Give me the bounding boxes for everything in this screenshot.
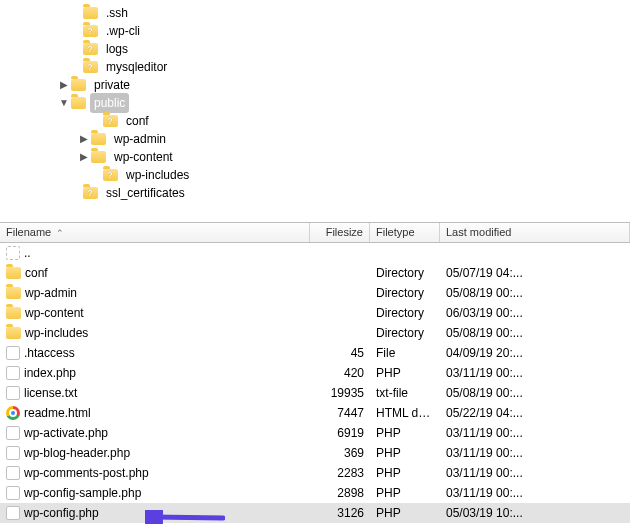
cell-lastmodified: 05/08/19 00:... xyxy=(440,324,630,342)
cell-filetype: Directory xyxy=(370,264,440,282)
folder-icon xyxy=(6,287,21,299)
cell-filesize: 3126 xyxy=(310,504,370,522)
cell-lastmodified: 03/11/19 00:... xyxy=(440,444,630,462)
filename-label: license.txt xyxy=(24,386,77,400)
folder-icon xyxy=(6,307,21,319)
cell-filetype: PHP xyxy=(370,484,440,502)
table-row[interactable]: wp-config-sample.php2898PHP03/11/19 00:.… xyxy=(0,483,630,503)
table-row[interactable]: .. xyxy=(0,243,630,263)
cell-filesize: 420 xyxy=(310,364,370,382)
cell-filetype: Directory xyxy=(370,324,440,342)
directory-tree[interactable]: .ssh.wp-clilogsmysqleditor▶private▼publi… xyxy=(0,0,630,222)
html-file-icon xyxy=(6,406,20,420)
tree-item[interactable]: mysqleditor xyxy=(0,58,630,76)
cell-filename: wp-blog-header.php xyxy=(0,444,310,462)
file-icon xyxy=(6,446,20,460)
table-row[interactable]: wp-adminDirectory05/08/19 00:... xyxy=(0,283,630,303)
table-row[interactable]: wp-contentDirectory06/03/19 00:... xyxy=(0,303,630,323)
tree-item[interactable]: ▶wp-admin xyxy=(0,130,630,148)
cell-filename: readme.html xyxy=(0,404,310,422)
table-row[interactable]: wp-comments-post.php2283PHP03/11/19 00:.… xyxy=(0,463,630,483)
cell-lastmodified: 05/22/19 04:... xyxy=(440,404,630,422)
table-row[interactable]: wp-includesDirectory05/08/19 00:... xyxy=(0,323,630,343)
chevron-right-icon[interactable]: ▶ xyxy=(78,130,90,148)
folder-icon xyxy=(6,267,21,279)
header-lastmodified[interactable]: Last modified xyxy=(440,223,630,242)
tree-item-label: logs xyxy=(102,39,132,59)
cell-filename: wp-activate.php xyxy=(0,424,310,442)
table-row[interactable]: wp-config.php3126PHP05/03/19 10:... xyxy=(0,503,630,523)
tree-item[interactable]: ▼public xyxy=(0,94,630,112)
cell-filename: index.php xyxy=(0,364,310,382)
tree-item-label: public xyxy=(90,93,129,113)
cell-lastmodified: 04/09/19 20:... xyxy=(440,344,630,362)
cell-filesize xyxy=(310,271,370,275)
filename-label: .htaccess xyxy=(24,346,75,360)
cell-filesize: 2898 xyxy=(310,484,370,502)
table-row[interactable]: readme.html7447HTML do...05/22/19 04:... xyxy=(0,403,630,423)
header-filename[interactable]: Filename ⌃ xyxy=(0,223,310,242)
chevron-right-icon[interactable]: ▶ xyxy=(58,76,70,94)
file-icon xyxy=(6,426,20,440)
tree-item[interactable]: ▶wp-content xyxy=(0,148,630,166)
tree-item[interactable]: .wp-cli xyxy=(0,22,630,40)
cell-filetype: PHP xyxy=(370,424,440,442)
cell-filetype: PHP xyxy=(370,364,440,382)
cell-lastmodified: 05/08/19 00:... xyxy=(440,384,630,402)
cell-lastmodified: 03/11/19 00:... xyxy=(440,424,630,442)
chevron-right-icon[interactable]: ▶ xyxy=(78,148,90,166)
tree-item-label: .ssh xyxy=(102,3,132,23)
cell-lastmodified xyxy=(440,251,630,255)
tree-item-label: private xyxy=(90,75,134,95)
tree-item[interactable]: .ssh xyxy=(0,4,630,22)
file-list-header[interactable]: Filename ⌃ Filesize Filetype Last modifi… xyxy=(0,223,630,243)
file-icon xyxy=(6,346,20,360)
file-list[interactable]: ..confDirectory05/07/19 04:...wp-adminDi… xyxy=(0,243,630,523)
cell-filename: .. xyxy=(0,244,310,262)
cell-filesize: 2283 xyxy=(310,464,370,482)
tree-item[interactable]: logs xyxy=(0,40,630,58)
header-filesize[interactable]: Filesize xyxy=(310,223,370,242)
tree-item-label: conf xyxy=(122,111,153,131)
tree-item-label: mysqleditor xyxy=(102,57,171,77)
cell-filetype: HTML do... xyxy=(370,404,440,422)
tree-item-label: wp-includes xyxy=(122,165,193,185)
table-row[interactable]: license.txt19935txt-file05/08/19 00:... xyxy=(0,383,630,403)
table-row[interactable]: confDirectory05/07/19 04:... xyxy=(0,263,630,283)
cell-lastmodified: 06/03/19 00:... xyxy=(440,304,630,322)
filename-label: wp-blog-header.php xyxy=(24,446,130,460)
tree-item[interactable]: ▶private xyxy=(0,76,630,94)
folder-icon xyxy=(82,5,98,21)
cell-filesize xyxy=(310,331,370,335)
file-icon xyxy=(6,486,20,500)
table-row[interactable]: .htaccess45File04/09/19 20:... xyxy=(0,343,630,363)
table-row[interactable]: wp-activate.php6919PHP03/11/19 00:... xyxy=(0,423,630,443)
tree-item-label: .wp-cli xyxy=(102,21,144,41)
filename-label: wp-activate.php xyxy=(24,426,108,440)
folder-icon xyxy=(70,77,86,93)
unknown-folder-icon xyxy=(102,113,118,129)
filename-label: wp-includes xyxy=(25,326,88,340)
tree-item-label: wp-admin xyxy=(110,129,170,149)
folder-icon xyxy=(90,149,106,165)
tree-item[interactable]: ssl_certificates xyxy=(0,184,630,202)
chevron-down-icon[interactable]: ▼ xyxy=(58,94,70,112)
table-row[interactable]: index.php420PHP03/11/19 00:... xyxy=(0,363,630,383)
cell-filename: license.txt xyxy=(0,384,310,402)
table-row[interactable]: wp-blog-header.php369PHP03/11/19 00:... xyxy=(0,443,630,463)
filename-label: wp-comments-post.php xyxy=(24,466,149,480)
cell-lastmodified: 05/08/19 00:... xyxy=(440,284,630,302)
cell-filesize: 6919 xyxy=(310,424,370,442)
cell-filetype: PHP xyxy=(370,504,440,522)
cell-filesize: 19935 xyxy=(310,384,370,402)
parent-dir-icon xyxy=(6,246,20,260)
tree-item[interactable]: wp-includes xyxy=(0,166,630,184)
tree-item[interactable]: conf xyxy=(0,112,630,130)
cell-filesize: 369 xyxy=(310,444,370,462)
filename-label: wp-admin xyxy=(25,286,77,300)
cell-filetype: txt-file xyxy=(370,384,440,402)
cell-filetype xyxy=(370,251,440,255)
cell-lastmodified: 03/11/19 00:... xyxy=(440,464,630,482)
cell-filetype: PHP xyxy=(370,464,440,482)
header-filetype[interactable]: Filetype xyxy=(370,223,440,242)
